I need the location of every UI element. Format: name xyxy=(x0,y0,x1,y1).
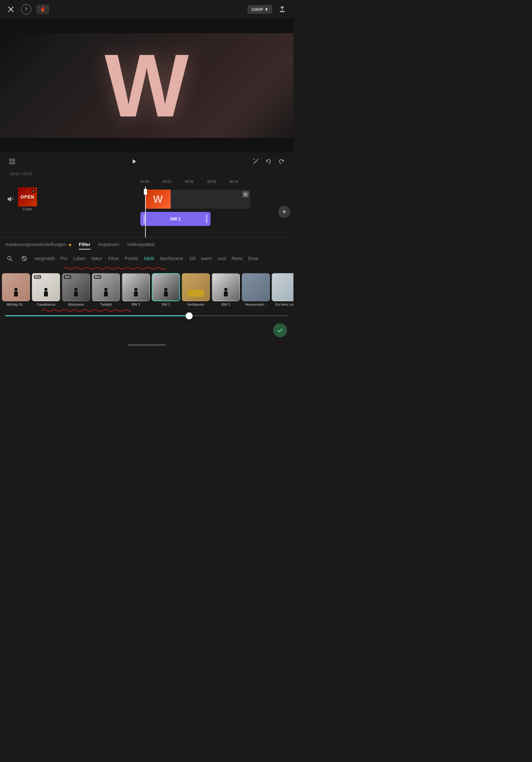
filter-item-twilight[interactable]: Pro Twilight xyxy=(92,273,120,306)
filter-label-bw3: BW 3 xyxy=(132,302,140,306)
category-leben[interactable]: Leben xyxy=(73,256,86,261)
cover-label: Cover xyxy=(23,207,32,211)
svg-line-18 xyxy=(11,260,12,261)
video-track-clip[interactable]: W xyxy=(145,190,250,209)
filter-item-casablanca[interactable]: Pro Casablanca xyxy=(32,273,60,306)
pro-badge-casablanca: Pro xyxy=(34,275,41,279)
confirm-button[interactable] xyxy=(273,323,287,337)
video-preview: W xyxy=(0,19,294,153)
svg-rect-6 xyxy=(13,162,15,164)
tab-dot xyxy=(69,244,71,246)
filter-item-moriyama[interactable]: Pro Moriyama xyxy=(62,273,90,306)
filter-item-milchig[interactable]: Milchig-Gr... xyxy=(2,273,30,306)
car-shape xyxy=(188,290,204,297)
export-button[interactable] xyxy=(277,4,288,15)
tab-anpassen[interactable]: Anpassen xyxy=(98,242,120,248)
slider-thumb[interactable] xyxy=(186,312,193,319)
category-filme[interactable]: Filme xyxy=(108,256,119,261)
category-natur[interactable]: Natur xyxy=(92,256,102,261)
svg-rect-3 xyxy=(10,159,12,161)
category-portrait[interactable]: Porträt xyxy=(125,256,138,261)
filter-slider-row xyxy=(0,313,294,320)
filter-label-hexen: Hexenmeist... xyxy=(245,302,266,306)
subtitle-handle-right[interactable] xyxy=(206,214,207,223)
category-stil[interactable]: Stil xyxy=(189,256,195,261)
flame-button[interactable] xyxy=(36,4,49,14)
pro-badge-moriyama: Pro xyxy=(64,275,71,279)
filter-categories: vorgestellt Pro Leben Natur Filme Porträ… xyxy=(0,251,294,266)
help-button[interactable]: ? xyxy=(21,4,31,14)
filter-thumb-sw1 xyxy=(152,273,180,301)
category-cool[interactable]: cool xyxy=(218,256,226,261)
svg-rect-5 xyxy=(10,162,12,164)
filter-label-verblassen: Verblassen xyxy=(187,302,204,306)
filter-thumb-milchig xyxy=(2,273,30,301)
svg-point-11 xyxy=(254,159,255,159)
category-retro[interactable]: Retro xyxy=(232,256,242,261)
filter-thumb-twilight: Pro xyxy=(92,273,120,301)
filter-item-herz[interactable]: Ein Herz un... xyxy=(272,273,294,306)
filter-item-sw1[interactable]: SW 1 xyxy=(152,273,180,306)
timeline-tracks: OPEN Cover W xyxy=(0,187,294,237)
category-sw[interactable]: S&W xyxy=(144,256,154,261)
time-mark-0: 00:00 xyxy=(140,180,149,184)
category-search-icon[interactable] xyxy=(5,254,14,263)
category-no-filter-icon[interactable] xyxy=(20,254,29,263)
playback-right-controls xyxy=(250,156,287,167)
person-silhouette xyxy=(224,288,228,298)
bottom-bar xyxy=(0,320,294,341)
svg-line-20 xyxy=(22,257,26,261)
category-vorgestellt[interactable]: vorgestellt xyxy=(34,256,55,261)
time-mark-2: 00:02 xyxy=(185,180,194,184)
filter-thumb-herz xyxy=(272,273,294,301)
person-silhouette xyxy=(14,288,18,298)
filter-item-verblassen[interactable]: Verblassen xyxy=(182,273,210,306)
tabs-bar: Anpassungsvoreinstellungen Filter Anpass… xyxy=(0,237,294,251)
pro-badge-twilight: Pro xyxy=(94,275,101,279)
tab-anpassung[interactable]: Anpassungsvoreinstellungen xyxy=(5,242,71,248)
filter-thumb-hexen xyxy=(242,273,270,301)
person-silhouette xyxy=(44,288,48,298)
mute-icon[interactable] xyxy=(5,194,15,204)
timeline-section: 00:01 / 00:05 00:00 00:01 00:02 00:03 00… xyxy=(0,170,294,237)
subtitle-track[interactable]: SW 1 xyxy=(140,212,211,226)
home-indicator xyxy=(128,344,166,345)
expand-button[interactable] xyxy=(6,156,18,167)
playhead-head xyxy=(144,189,147,194)
category-pro[interactable]: Pro xyxy=(61,256,68,261)
subtitle-handle-left[interactable] xyxy=(144,214,145,223)
timeline-ruler[interactable]: 00:00 00:01 00:02 00:03 00:04 • • • • • xyxy=(0,177,294,187)
video-track-rest xyxy=(170,190,250,209)
person-silhouette xyxy=(104,288,108,298)
top-bar-left: ? xyxy=(6,4,49,14)
close-button[interactable] xyxy=(6,4,16,14)
filter-item-bw2[interactable]: BW 2 xyxy=(212,273,240,306)
quality-button[interactable]: 1080P ▼ xyxy=(247,5,272,14)
tab-filter[interactable]: Filter xyxy=(79,242,91,248)
video-track-icon xyxy=(242,191,249,197)
cover-thumbnail[interactable]: OPEN xyxy=(18,187,37,206)
undo-button[interactable] xyxy=(263,156,274,167)
filter-item-hexen[interactable]: Hexenmeist... xyxy=(242,273,270,306)
top-bar-right: 1080P ▼ xyxy=(247,4,288,15)
category-warm[interactable]: warm xyxy=(201,256,212,261)
tab-videoqualitaet[interactable]: Videoqualität xyxy=(127,242,154,248)
svg-rect-2 xyxy=(280,11,285,12)
add-track-button[interactable]: + xyxy=(278,206,290,218)
magic-wand-button[interactable] xyxy=(250,156,262,167)
filter-item-bw3[interactable]: BW 3 xyxy=(122,273,150,306)
filter-intensity-slider[interactable] xyxy=(5,315,288,316)
redo-button[interactable] xyxy=(276,156,287,167)
category-esse[interactable]: Esse xyxy=(248,256,258,261)
category-nachtszene[interactable]: Nachtszene xyxy=(160,256,183,261)
time-mark-4: 00:04 xyxy=(230,180,238,184)
top-bar: ? 1080P ▼ xyxy=(0,0,294,19)
video-track-thumb: W xyxy=(145,190,170,209)
video-w-letter: W xyxy=(104,41,189,130)
play-button[interactable] xyxy=(128,156,140,167)
playback-bar xyxy=(0,153,294,170)
time-mark-1: 00:01 xyxy=(163,180,171,184)
filter-thumb-moriyama: Pro xyxy=(62,273,90,301)
svg-rect-4 xyxy=(13,159,15,161)
help-icon: ? xyxy=(25,7,28,12)
